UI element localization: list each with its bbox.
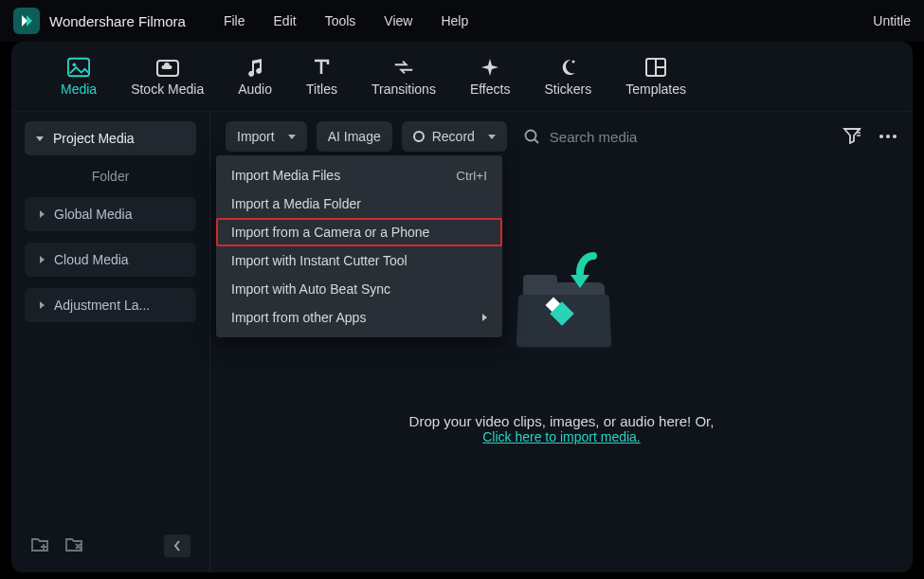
- chevron-right-icon: [40, 210, 45, 218]
- app-logo: [13, 8, 40, 34]
- app-name: Wondershare Filmora: [49, 13, 186, 29]
- import-other-apps[interactable]: Import from other Apps: [216, 303, 502, 332]
- tab-titles[interactable]: Titles: [306, 56, 337, 97]
- svg-marker-17: [571, 275, 589, 288]
- project-media-label: Project Media: [53, 131, 135, 146]
- chevron-right-icon: [482, 314, 487, 321]
- menu-item-shortcut: Ctrl+I: [456, 169, 487, 183]
- chevron-left-icon: [173, 540, 181, 552]
- record-button[interactable]: Record: [402, 121, 507, 152]
- svg-line-10: [534, 139, 538, 143]
- menu-item-label: Import with Instant Cutter Tool: [231, 253, 408, 268]
- main-panel: Import AI Image Record: [210, 112, 913, 572]
- delete-folder-icon[interactable]: [64, 536, 83, 556]
- menubar: File Edit Tools View Help: [224, 13, 468, 28]
- workspace: Media Stock Media Audio Titles Transitio…: [11, 42, 913, 572]
- import-auto-beat-sync[interactable]: Import with Auto Beat Sync: [216, 275, 502, 303]
- document-title: Untitle: [873, 13, 911, 28]
- sidebar-item-label: Global Media: [54, 207, 133, 222]
- filter-icon[interactable]: [842, 127, 861, 147]
- chevron-down-icon: [36, 136, 44, 141]
- image-icon: [67, 56, 90, 79]
- record-label: Record: [432, 129, 475, 144]
- sidebar-item-global-media[interactable]: Global Media: [25, 197, 196, 231]
- tab-stickers[interactable]: Stickers: [544, 56, 591, 97]
- svg-point-3: [73, 63, 77, 66]
- import-instant-cutter[interactable]: Import with Instant Cutter Tool: [216, 246, 502, 275]
- tab-label: Media: [61, 81, 97, 97]
- sidebar-item-cloud-media[interactable]: Cloud Media: [25, 243, 196, 277]
- svg-point-16: [893, 135, 897, 138]
- import-dropdown: Import Media Files Ctrl+I Import a Media…: [216, 155, 502, 337]
- layout-icon: [644, 56, 667, 79]
- menu-item-label: Import a Media Folder: [231, 196, 361, 211]
- search-input[interactable]: [550, 129, 833, 145]
- toolbar: Media Stock Media Audio Titles Transitio…: [11, 42, 913, 112]
- sidebar-item-label: Cloud Media: [54, 252, 129, 267]
- svg-point-15: [886, 135, 890, 138]
- folder-heading: Folder: [25, 169, 196, 184]
- moon-sparkle-icon: [556, 56, 579, 79]
- new-folder-icon[interactable]: [30, 536, 49, 556]
- sparkle-icon: [479, 56, 501, 79]
- import-media-files[interactable]: Import Media Files Ctrl+I: [216, 161, 502, 190]
- letter-t-icon: [310, 56, 333, 79]
- tab-label: Templates: [625, 81, 686, 97]
- tab-media[interactable]: Media: [61, 56, 97, 97]
- menu-item-label: Import Media Files: [231, 168, 340, 183]
- import-link[interactable]: Click here to import media.: [482, 429, 641, 444]
- menu-view[interactable]: View: [384, 13, 412, 28]
- tab-templates[interactable]: Templates: [625, 56, 686, 97]
- content-area: Project Media Folder Global Media Cloud …: [11, 112, 913, 572]
- chevron-right-icon: [40, 256, 45, 263]
- tab-stock-media[interactable]: Stock Media: [131, 56, 204, 97]
- chevron-down-icon: [288, 135, 296, 139]
- tab-transitions[interactable]: Transitions: [371, 56, 436, 97]
- svg-point-9: [525, 130, 535, 140]
- tab-audio[interactable]: Audio: [238, 56, 272, 97]
- tab-label: Transitions: [371, 81, 436, 97]
- import-camera-phone[interactable]: Import from a Camera or a Phone: [216, 218, 502, 246]
- folder-illustration: [510, 248, 614, 349]
- tab-label: Audio: [238, 81, 272, 97]
- import-label: Import: [237, 129, 275, 144]
- svg-rect-2: [68, 59, 89, 76]
- title-bar: Wondershare Filmora File Edit Tools View…: [0, 0, 924, 42]
- import-button[interactable]: Import: [226, 121, 307, 152]
- panel-toolbar: Import AI Image Record: [226, 121, 897, 152]
- svg-marker-1: [27, 15, 32, 27]
- more-options-icon[interactable]: [879, 127, 897, 147]
- chevron-right-icon: [40, 301, 45, 309]
- record-icon: [413, 131, 425, 142]
- menu-item-label: Import with Auto Beat Sync: [231, 281, 390, 297]
- sidebar: Project Media Folder Global Media Cloud …: [11, 112, 210, 572]
- sidebar-item-adjustment-layer[interactable]: Adjustment La...: [25, 288, 196, 322]
- import-media-folder[interactable]: Import a Media Folder: [216, 190, 502, 218]
- menu-edit[interactable]: Edit: [274, 13, 297, 28]
- search-icon: [524, 129, 540, 145]
- cloud-image-icon: [156, 56, 179, 79]
- project-media-button[interactable]: Project Media: [25, 121, 196, 155]
- tab-label: Titles: [306, 81, 337, 97]
- music-note-icon: [244, 56, 266, 79]
- chevron-down-icon: [488, 135, 496, 139]
- svg-point-5: [572, 61, 575, 63]
- menu-item-label: Import from a Camera or a Phone: [231, 225, 429, 240]
- menu-tools[interactable]: Tools: [325, 13, 356, 28]
- tab-label: Effects: [470, 81, 511, 97]
- arrows-swap-icon: [392, 56, 415, 79]
- drop-text: Drop your video clips, images, or audio …: [409, 413, 715, 429]
- menu-file[interactable]: File: [224, 13, 245, 28]
- collapse-sidebar-button[interactable]: [164, 534, 190, 557]
- menu-item-label: Import from other Apps: [231, 310, 366, 325]
- tab-label: Stickers: [544, 81, 591, 97]
- ai-image-label: AI Image: [328, 129, 381, 144]
- tab-label: Stock Media: [131, 81, 204, 97]
- svg-point-14: [879, 135, 883, 138]
- download-arrow-icon: [567, 252, 599, 290]
- menu-help[interactable]: Help: [441, 13, 468, 28]
- ai-image-button[interactable]: AI Image: [317, 121, 392, 152]
- tab-effects[interactable]: Effects: [470, 56, 511, 97]
- sidebar-item-label: Adjustment La...: [54, 298, 150, 313]
